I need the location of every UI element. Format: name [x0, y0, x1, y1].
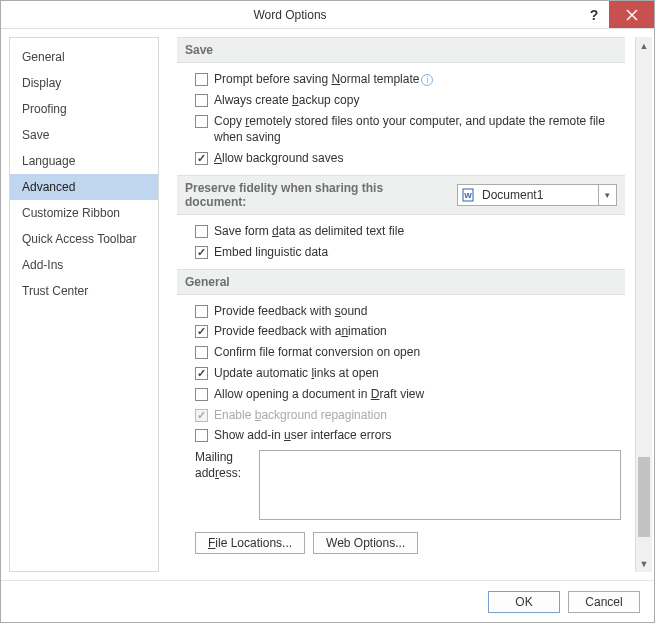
category-sidebar: General Display Proofing Save Language A…: [9, 37, 159, 572]
opt-always-backup[interactable]: Always create backup copy: [177, 90, 625, 111]
sidebar-item-save[interactable]: Save: [10, 122, 158, 148]
checkbox[interactable]: [195, 429, 208, 442]
checkbox[interactable]: [195, 367, 208, 380]
checkbox-label: Enable background repagination: [214, 407, 621, 424]
checkbox-label: Copy remotely stored files onto your com…: [214, 113, 621, 147]
checkbox-label: Provide feedback with animation: [214, 323, 621, 340]
document-dropdown[interactable]: W Document1 ▾: [457, 184, 617, 206]
dialog-footer: OK Cancel: [1, 580, 654, 622]
opt-feedback-animation[interactable]: Provide feedback with animation: [177, 321, 625, 342]
sidebar-item-add-ins[interactable]: Add-Ins: [10, 252, 158, 278]
checkbox[interactable]: [195, 325, 208, 338]
sidebar-item-general[interactable]: General: [10, 44, 158, 70]
checkbox-label: Always create backup copy: [214, 92, 621, 109]
section-save-header: Save: [177, 37, 625, 63]
scroll-up-arrow-icon[interactable]: ▲: [636, 37, 652, 54]
word-doc-icon: W: [458, 188, 478, 202]
window-title: Word Options: [1, 8, 579, 22]
vertical-scrollbar[interactable]: ▲ ▼: [635, 37, 652, 572]
opt-save-form-data[interactable]: Save form data as delimited text file: [177, 221, 625, 242]
checkbox-label: Provide feedback with sound: [214, 303, 621, 320]
opt-open-draft-view[interactable]: Allow opening a document in Draft view: [177, 384, 625, 405]
close-button[interactable]: [609, 1, 654, 28]
sidebar-item-display[interactable]: Display: [10, 70, 158, 96]
close-icon: [626, 9, 638, 21]
checkbox-label: Update automatic links at open: [214, 365, 621, 382]
mailing-address-label: Mailingaddress:: [195, 450, 251, 481]
svg-text:W: W: [464, 191, 472, 200]
chevron-down-icon: ▾: [598, 185, 616, 205]
scroll-down-arrow-icon[interactable]: ▼: [636, 555, 652, 572]
opt-embed-linguistic[interactable]: Embed linguistic data: [177, 242, 625, 263]
dropdown-value: Document1: [478, 188, 598, 202]
word-options-dialog: Word Options ? General Display Proofing …: [0, 0, 655, 623]
checkbox-label: Allow background saves: [214, 150, 621, 167]
opt-prompt-normal-template[interactable]: Prompt before saving Normal templatei: [177, 69, 625, 90]
checkbox-label: Save form data as delimited text file: [214, 223, 621, 240]
options-panel: Save Prompt before saving Normal templat…: [167, 37, 635, 572]
opt-update-auto-links[interactable]: Update automatic links at open: [177, 363, 625, 384]
opt-allow-bg-saves[interactable]: Allow background saves: [177, 148, 625, 169]
checkbox[interactable]: [195, 115, 208, 128]
checkbox-label: Show add-in user interface errors: [214, 427, 621, 444]
help-button[interactable]: ?: [579, 1, 609, 28]
checkbox[interactable]: [195, 225, 208, 238]
opt-bg-repagination: Enable background repagination: [177, 405, 625, 426]
cancel-button[interactable]: Cancel: [568, 591, 640, 613]
sidebar-item-customize-ribbon[interactable]: Customize Ribbon: [10, 200, 158, 226]
section-preserve-header: Preserve fidelity when sharing this docu…: [177, 175, 625, 215]
checkbox[interactable]: [195, 346, 208, 359]
sidebar-item-language[interactable]: Language: [10, 148, 158, 174]
section-label: Preserve fidelity when sharing this docu…: [185, 181, 447, 209]
sidebar-item-trust-center[interactable]: Trust Center: [10, 278, 158, 304]
opt-confirm-format[interactable]: Confirm file format conversion on open: [177, 342, 625, 363]
file-locations-button[interactable]: File Locations...: [195, 532, 305, 554]
opt-copy-remote[interactable]: Copy remotely stored files onto your com…: [177, 111, 625, 149]
sidebar-item-quick-access-toolbar[interactable]: Quick Access Toolbar: [10, 226, 158, 252]
titlebar: Word Options ?: [1, 1, 654, 29]
checkbox-label: Prompt before saving Normal templatei: [214, 71, 621, 88]
checkbox[interactable]: [195, 246, 208, 259]
checkbox: [195, 409, 208, 422]
scroll-thumb[interactable]: [638, 457, 650, 537]
web-options-button[interactable]: Web Options...: [313, 532, 418, 554]
checkbox[interactable]: [195, 388, 208, 401]
checkbox[interactable]: [195, 305, 208, 318]
ok-button[interactable]: OK: [488, 591, 560, 613]
checkbox[interactable]: [195, 73, 208, 86]
opt-feedback-sound[interactable]: Provide feedback with sound: [177, 301, 625, 322]
sidebar-item-advanced[interactable]: Advanced: [10, 174, 158, 200]
opt-addin-ui-errors[interactable]: Show add-in user interface errors: [177, 425, 625, 446]
checkbox[interactable]: [195, 94, 208, 107]
checkbox-label: Confirm file format conversion on open: [214, 344, 621, 361]
section-general-header: General: [177, 269, 625, 295]
info-icon[interactable]: i: [421, 74, 433, 86]
checkbox-label: Allow opening a document in Draft view: [214, 386, 621, 403]
checkbox-label: Embed linguistic data: [214, 244, 621, 261]
mailing-address-input[interactable]: [259, 450, 621, 520]
sidebar-item-proofing[interactable]: Proofing: [10, 96, 158, 122]
checkbox[interactable]: [195, 152, 208, 165]
